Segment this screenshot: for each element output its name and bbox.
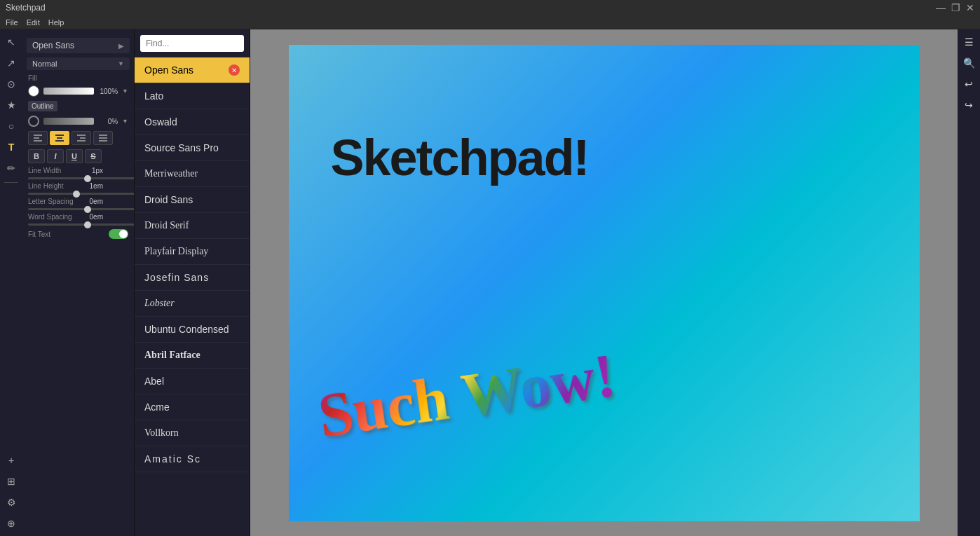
star-tool[interactable]: ★ (3, 97, 20, 114)
canvas-text-sketchpad[interactable]: Sketchpad! (331, 129, 589, 186)
lasso-tool[interactable]: ⊙ (3, 76, 20, 92)
line-width-thumb[interactable] (84, 175, 91, 182)
font-item-droid-sans[interactable]: Droid Sans (135, 187, 250, 213)
layers-icon[interactable]: ⊞ (3, 473, 20, 490)
menu-help[interactable]: Help (48, 18, 64, 27)
font-search-container (135, 29, 250, 57)
fit-text-toggle[interactable] (109, 229, 128, 239)
line-height-label-row: Line Height 1em (22, 181, 134, 191)
shape-tool[interactable]: ○ (3, 118, 20, 135)
word-spacing-slider[interactable] (28, 224, 135, 226)
word-spacing-thumb[interactable] (84, 221, 91, 228)
font-item-open-sans[interactable]: Open Sans ✕ (135, 57, 250, 83)
font-item-inner: Amatic Sc (144, 453, 240, 465)
mode-selector[interactable]: Normal ▼ (27, 57, 130, 70)
close-button[interactable]: ✕ (966, 2, 974, 13)
outline-row: 0% ▼ (22, 114, 134, 129)
fill-dropdown-arrow: ▼ (122, 88, 128, 95)
align-left-btn[interactable] (28, 131, 48, 145)
svg-rect-6 (77, 135, 86, 136)
svg-rect-4 (57, 137, 62, 139)
font-item-josefin-sans[interactable]: Josefin Sans (135, 265, 250, 291)
left-toolbar: ↖ ↗ ⊙ ★ ○ T ✏ + ⊞ ⚙ ⊕ (0, 29, 22, 536)
line-height-label: Line Height (28, 182, 81, 190)
font-item-inner: Abril Fatface (144, 350, 240, 361)
hamburger-icon[interactable]: ☰ (960, 34, 977, 50)
word-spacing-label: Word Spacing (28, 213, 81, 221)
menu-file[interactable]: File (6, 18, 18, 27)
strikethrough-btn[interactable]: S (85, 149, 102, 163)
font-item-abel[interactable]: Abel (135, 369, 250, 394)
undo-icon[interactable]: ↩ (960, 76, 977, 92)
letter-spacing-thumb[interactable] (84, 206, 91, 213)
fill-row: 100% ▼ (22, 83, 134, 99)
italic-btn[interactable]: I (47, 149, 64, 163)
settings-icon[interactable]: ⚙ (3, 494, 20, 511)
add-layer-icon[interactable]: + (3, 452, 20, 469)
menu-edit[interactable]: Edit (27, 18, 40, 27)
font-search-input[interactable] (140, 35, 244, 52)
fill-opacity-bar (43, 88, 94, 95)
font-item-inner: Oswald (144, 116, 240, 128)
font-item-oswald[interactable]: Oswald (135, 109, 250, 135)
line-width-label: Line Width (28, 167, 81, 174)
font-name: Source Sans Pro (144, 142, 219, 153)
font-item-ubuntu-condensed[interactable]: Ubuntu Condensed (135, 317, 250, 343)
restore-button[interactable]: ❐ (951, 2, 960, 13)
right-sidebar: ☰ 🔍 ↩ ↪ (958, 29, 980, 536)
font-item-source-sans-pro[interactable]: Source Sans Pro (135, 135, 250, 161)
zoom-icon[interactable]: 🔍 (960, 55, 977, 71)
font-remove-btn[interactable]: ✕ (229, 64, 240, 76)
font-name: Acme (144, 401, 170, 413)
svg-rect-8 (77, 140, 86, 142)
text-tool[interactable]: T (3, 139, 20, 156)
line-height-thumb[interactable] (73, 191, 80, 198)
font-item-inner: Lobster (144, 298, 240, 309)
underline-btn[interactable]: U (66, 149, 83, 163)
canvas-text-wow[interactable]: Such Wow! (313, 339, 619, 451)
fill-color-swatch[interactable] (28, 85, 39, 97)
font-item-droid-serif[interactable]: Droid Serif (135, 213, 250, 239)
share-icon[interactable]: ⊕ (3, 515, 20, 532)
wow-text: Such Wow! (314, 341, 620, 449)
font-name: Vollkorn (144, 427, 179, 439)
minimize-button[interactable]: — (936, 2, 946, 13)
svg-rect-9 (99, 135, 107, 136)
outline-opacity-bar (43, 118, 94, 125)
font-name: Ubuntu Condensed (144, 324, 229, 335)
line-height-slider[interactable] (28, 193, 135, 195)
subselect-tool[interactable]: ↗ (3, 55, 20, 71)
font-name: Open Sans (144, 64, 193, 76)
font-selector-label: Open Sans (32, 41, 74, 50)
redo-icon[interactable]: ↪ (960, 97, 977, 114)
outline-color-swatch[interactable] (28, 116, 39, 127)
font-item-lato[interactable]: Lato (135, 83, 250, 109)
align-justify-btn[interactable] (93, 131, 113, 145)
outline-opacity-value: 0% (98, 118, 118, 125)
font-item-abril-fatface[interactable]: Abril Fatface (135, 343, 250, 369)
fit-text-label: Fit Text (28, 231, 81, 238)
line-height-value: 1em (83, 182, 103, 190)
font-selector[interactable]: Open Sans ▶ (27, 38, 130, 53)
fill-label: Fill (22, 71, 134, 83)
align-center-btn[interactable] (50, 131, 69, 145)
letter-spacing-slider[interactable] (28, 208, 135, 210)
font-item-acme[interactable]: Acme (135, 394, 250, 420)
font-selector-arrow: ▶ (118, 42, 124, 50)
line-width-value: 1px (83, 167, 103, 174)
select-tool[interactable]: ↖ (3, 34, 20, 50)
font-name: Lato (144, 90, 163, 102)
font-item-inner: Acme (144, 401, 240, 413)
bold-btn[interactable]: B (28, 149, 45, 163)
line-width-slider[interactable] (28, 177, 135, 179)
font-item-vollkorn[interactable]: Vollkorn (135, 420, 250, 446)
font-item-lobster[interactable]: Lobster (135, 291, 250, 317)
font-item-amatic-sc[interactable]: Amatic Sc (135, 446, 250, 472)
canvas-area: Sketchpad! Such Wow! (250, 29, 958, 536)
align-right-btn[interactable] (72, 131, 91, 145)
draw-tool[interactable]: ✏ (3, 160, 20, 177)
canvas[interactable]: Sketchpad! Such Wow! (289, 45, 920, 521)
font-item-merriweather[interactable]: Merriweather (135, 161, 250, 187)
svg-rect-2 (34, 140, 42, 142)
font-item-playfair-display[interactable]: Playfair Display (135, 239, 250, 265)
